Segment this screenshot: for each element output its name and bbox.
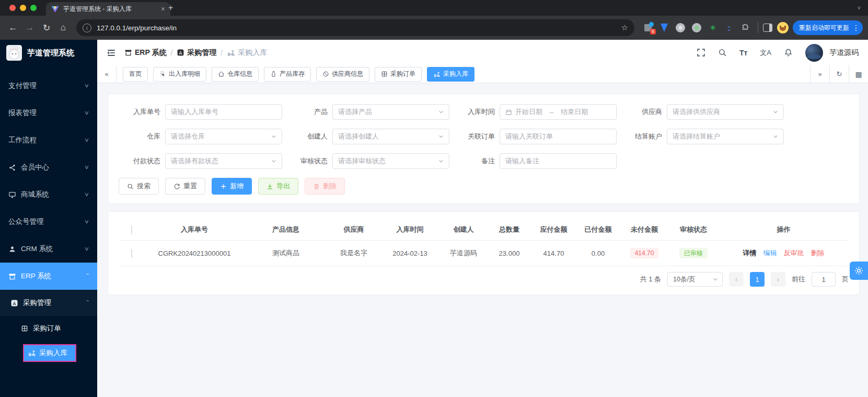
address-bar[interactable]: i 127.0.0.1/erp/purchase/in ☆ (76, 19, 634, 36)
prev-page-button[interactable]: ‹ (729, 272, 744, 287)
cell-qty: 23.000 (487, 249, 531, 257)
chevrons-extension-icon[interactable]: ⌄⌄ (724, 22, 734, 33)
tab-search-icon[interactable]: ˅ (854, 3, 864, 13)
detail-link[interactable]: 详情 (743, 248, 757, 258)
profile-avatar[interactable] (777, 22, 789, 33)
related-order-input[interactable]: 请输入关联订单 (500, 129, 617, 144)
row-checkbox[interactable] (131, 249, 132, 258)
sidebar-item-purchase-in[interactable]: 采购入库 (23, 344, 76, 362)
payment-status-select[interactable]: 请选择有款状态 (165, 153, 282, 169)
settle-account-select[interactable]: 请选择结算账户 (667, 129, 784, 144)
tabs-refresh-icon[interactable]: ↻ (829, 65, 849, 83)
chrome-menu-icon[interactable]: ⋮ (852, 24, 860, 32)
export-button[interactable]: 导出 (258, 178, 298, 195)
sidebar-item-mall[interactable]: 商城系统 ˅ (0, 181, 97, 208)
reset-button[interactable]: 重置 (165, 178, 205, 195)
back-icon[interactable]: ← (5, 20, 21, 36)
snowflake-extension-icon[interactable]: ✲ (675, 22, 686, 33)
remark-input[interactable]: 请输入备注 (500, 153, 617, 169)
home-icon[interactable]: ⌂ (55, 20, 71, 36)
edit-link[interactable]: 编辑 (763, 248, 777, 258)
goto-page-input[interactable]: 1 (812, 272, 836, 287)
cell-date: 2024-02-13 (380, 249, 440, 257)
breadcrumb: ERP 系统 / 采购管理 / 采购入库 (124, 48, 267, 58)
site-info-icon[interactable]: i (83, 24, 91, 32)
url-text[interactable]: 127.0.0.1/erp/purchase/in (97, 24, 617, 32)
view-tab-warehouse[interactable]: 仓库信息 (212, 67, 259, 82)
content-pane: ERP 系统 / 采购管理 / 采购入库 (97, 40, 868, 397)
chrome-update-button[interactable]: 重新启动即可更新 ⋮ (793, 20, 863, 35)
creator-select[interactable]: 请选择创建人 (332, 129, 449, 144)
star-extension-icon[interactable]: ✶ (708, 22, 718, 33)
next-page-button[interactable]: › (771, 272, 785, 287)
side-panel-icon[interactable] (762, 22, 773, 33)
chevron-up-icon: ˆ (87, 273, 89, 280)
view-tab-home[interactable]: 首页 (123, 67, 148, 82)
breadcrumb-purchase-mgmt[interactable]: 采购管理 (177, 48, 216, 58)
cell-paid: 0.00 (576, 249, 620, 257)
sidebar-item-wechat[interactable]: 公众号管理 ˅ (0, 208, 97, 235)
filter-warehouse: 仓库 请选择仓库 (119, 129, 286, 144)
plus-icon (220, 183, 227, 190)
breadcrumb-purchase-in: 采购入库 (227, 48, 267, 58)
dot-extension-icon[interactable] (691, 22, 702, 33)
sidebar-item-crm[interactable]: CRM 系统 ˅ (0, 235, 97, 263)
supplier-select[interactable]: 请选择供供应商 (667, 104, 784, 120)
reload-icon[interactable]: ↻ (39, 20, 54, 36)
minimize-window-button[interactable] (20, 5, 26, 11)
view-tab-purchase-in[interactable]: 采购入库 (427, 67, 474, 82)
add-button[interactable]: 新增 (212, 178, 252, 195)
user-avatar[interactable] (805, 44, 823, 62)
page-size-select[interactable]: 10条/页 (667, 272, 723, 287)
shop-icon (8, 273, 16, 280)
fullscreen-icon[interactable] (697, 48, 705, 57)
view-tab-purchase-order[interactable]: 采购订单 (375, 67, 422, 82)
font-size-icon[interactable]: Tт (739, 49, 747, 57)
username[interactable]: 芋道源码 (829, 48, 859, 58)
audit-status-select[interactable]: 请选择审核状态 (332, 153, 449, 169)
menu-fold-icon[interactable] (107, 48, 116, 58)
select-all-checkbox[interactable] (131, 225, 132, 234)
settings-gear-button[interactable] (850, 262, 868, 280)
bell-icon[interactable] (784, 48, 793, 57)
kite-extension-icon[interactable] (659, 22, 669, 33)
search-icon[interactable] (718, 48, 727, 57)
sidebar-item-purchase-mgmt[interactable]: 采购管理 ˆ (0, 290, 97, 316)
puzzle-extensions-icon[interactable] (740, 22, 750, 33)
chevron-down-icon: ˅ (85, 137, 89, 144)
sidebar-item-erp[interactable]: ERP 系统 ˆ (0, 263, 97, 290)
total-count: 共 1 条 (640, 275, 661, 284)
date-range-picker[interactable]: 开始日期 – 结束日期 (500, 104, 617, 120)
tabs-scroll-left-icon[interactable]: « (97, 65, 117, 83)
adblock-extension-icon[interactable]: 6 (643, 22, 653, 33)
browser-tab[interactable]: 芋道管理系统 - 采购入库 × (46, 2, 170, 16)
sidebar-item-payment[interactable]: 支付管理 ˅ (0, 72, 97, 99)
warehouse-select[interactable]: 请选择仓库 (165, 129, 282, 144)
close-window-button[interactable] (9, 5, 16, 11)
sidebar-item-purchase-order[interactable]: 采购订单 (0, 316, 97, 341)
sidebar-logo[interactable]: 芋道管理系统 (0, 40, 97, 66)
delete-link[interactable]: 删除 (811, 248, 825, 258)
view-tab-supplier[interactable]: 供应商信息 (316, 67, 369, 82)
unaudit-link[interactable]: 反审批 (784, 248, 804, 258)
new-tab-button[interactable]: + (168, 4, 173, 12)
search-button[interactable]: 搜索 (119, 178, 159, 195)
tab-close-icon[interactable]: × (161, 5, 165, 13)
tabs-menu-icon[interactable]: ▦ (849, 65, 868, 83)
sidebar-item-report[interactable]: 报表管理 ˅ (0, 99, 97, 127)
delete-button[interactable]: 删除 (305, 178, 345, 195)
tabs-scroll-right-icon[interactable]: » (810, 65, 829, 83)
inbound-no-input[interactable]: 请输入入库单号 (165, 104, 282, 120)
bookmark-star-icon[interactable]: ☆ (621, 23, 628, 32)
zoom-window-button[interactable] (30, 5, 37, 11)
current-page-button[interactable]: 1 (750, 272, 765, 287)
grid-icon (21, 325, 28, 332)
language-icon[interactable]: 文A (760, 48, 771, 58)
view-tab-product-stock[interactable]: 产品库存 (264, 67, 311, 82)
forward-icon[interactable]: → (22, 20, 38, 36)
sidebar-item-workflow[interactable]: 工作流程 ˅ (0, 127, 97, 154)
sidebar-item-member[interactable]: 会员中心 ˅ (0, 154, 97, 181)
product-select[interactable]: 请选择产品 (332, 104, 449, 120)
breadcrumb-erp[interactable]: ERP 系统 (124, 48, 166, 58)
view-tab-stock-record[interactable]: 出入库明细 (153, 67, 206, 82)
